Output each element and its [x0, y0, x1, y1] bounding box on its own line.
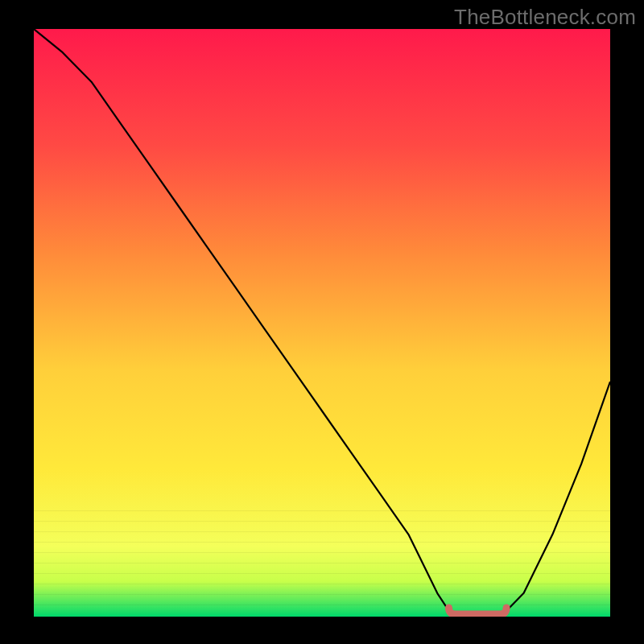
chart-container: TheBottleneck.com	[0, 0, 644, 644]
bottleneck-chart	[0, 0, 644, 644]
watermark-text: TheBottleneck.com	[454, 5, 636, 30]
plot-background	[34, 29, 610, 617]
